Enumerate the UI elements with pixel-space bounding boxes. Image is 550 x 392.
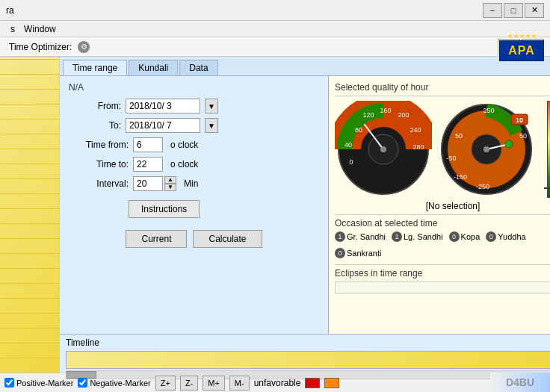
menu-item-window[interactable]: Window xyxy=(19,23,61,35)
tab-time-range[interactable]: Time range xyxy=(63,60,127,75)
watermark: D4BU xyxy=(490,373,550,392)
oclock-2: o clock xyxy=(170,159,198,169)
svg-text:200: 200 xyxy=(398,111,409,119)
gear-icon[interactable]: ⚙ xyxy=(78,41,90,53)
occasion-label-1: Lg. Sandhi xyxy=(404,232,443,241)
positive-marker-wrap: Positive-Marker xyxy=(4,378,73,388)
left-gauge-svg: 80 40 0 120 160 200 240 280 xyxy=(335,101,432,198)
no-selection: [No selection] xyxy=(335,201,550,211)
titlebar: ra − □ ✕ xyxy=(0,0,550,21)
z-minus-button[interactable]: Z- xyxy=(180,376,198,391)
spinner-up[interactable]: ▲ xyxy=(164,176,176,184)
svg-text:80: 80 xyxy=(355,126,362,134)
negative-marker-checkbox[interactable] xyxy=(78,378,87,388)
positive-marker-checkbox[interactable] xyxy=(4,378,14,388)
minimize-button[interactable]: − xyxy=(483,3,502,18)
oclock-1: o clock xyxy=(170,140,198,150)
to-label: To: xyxy=(69,120,121,131)
toolbar-label: Time Optimizer: xyxy=(6,42,75,52)
timeline-area: Timeline xyxy=(60,334,550,373)
right-gauge-svg: 250 50 50 -50 -150 -250 10 xyxy=(438,101,535,198)
occasion-item-3: 0 Yuddha xyxy=(486,231,525,242)
left-gauge: 80 40 0 120 160 200 240 280 xyxy=(335,101,432,198)
timeline-content xyxy=(66,351,550,369)
occasion-num-1: 1 xyxy=(392,231,402,242)
svg-point-3 xyxy=(380,146,386,152)
time-from-row: Time from: o clock xyxy=(69,137,319,152)
right-gauge: 250 50 50 -50 -150 -250 10 xyxy=(438,101,535,198)
m-minus-button[interactable]: M- xyxy=(229,376,250,391)
to-dropdown[interactable]: ▼ xyxy=(205,118,218,133)
svg-text:120: 120 xyxy=(362,111,374,119)
maximize-button[interactable]: □ xyxy=(504,3,523,18)
svg-text:0: 0 xyxy=(349,158,353,166)
spinner-down[interactable]: ▼ xyxy=(164,184,176,191)
unfavorable-color-red xyxy=(305,378,320,388)
current-button[interactable]: Current xyxy=(126,230,187,248)
from-dropdown[interactable]: ▼ xyxy=(205,99,218,113)
negative-marker-wrap: Negative-Marker xyxy=(78,378,150,388)
svg-text:160: 160 xyxy=(380,107,391,114)
svg-text:240: 240 xyxy=(410,126,421,134)
positive-marker-label: Positive-Marker xyxy=(16,379,73,388)
occasion-title: Occasion at selected time xyxy=(335,218,550,228)
unfavorable-label: unfavorable xyxy=(254,378,301,388)
content-split: N/A From: ▼ To: ▼ Time from: o c xyxy=(60,76,550,334)
tab-data[interactable]: Data xyxy=(179,60,217,75)
svg-text:50: 50 xyxy=(519,132,527,140)
occasion-item-1: 1 Lg. Sandhi xyxy=(392,231,443,242)
tab-kundali[interactable]: Kundali xyxy=(129,60,178,75)
occasion-item-2: 0 Kopa xyxy=(449,231,481,242)
to-row: To: ▼ xyxy=(69,118,319,133)
occasion-label-0: Gr. Sandhi xyxy=(347,232,386,241)
interval-input[interactable] xyxy=(133,176,163,191)
occasion-section: Occasion at selected time 1 Gr. Sandhi 1… xyxy=(335,214,550,261)
occasion-num-4: 0 xyxy=(335,248,345,258)
gauge-area: Selected quality of hour xyxy=(329,76,550,334)
svg-text:280: 280 xyxy=(412,143,424,151)
unfavorable-color-orange xyxy=(324,378,339,388)
occasion-item-4: 0 Sankranti xyxy=(335,248,381,258)
timeline-title: Timeline xyxy=(66,337,550,348)
instructions-button[interactable]: Instructions xyxy=(129,200,200,218)
svg-point-23 xyxy=(505,140,513,148)
menu-item-s[interactable]: s xyxy=(6,23,19,35)
svg-text:50: 50 xyxy=(455,132,463,140)
occasion-label-2: Kopa xyxy=(461,232,481,241)
time-from-input[interactable] xyxy=(133,137,163,152)
menubar: s Window xyxy=(0,21,550,37)
m-plus-button[interactable]: M+ xyxy=(203,376,225,391)
svg-text:10: 10 xyxy=(516,116,523,124)
occasion-label-4: Sankranti xyxy=(347,249,381,258)
action-buttons: Current Calculate xyxy=(69,230,319,248)
svg-text:-150: -150 xyxy=(454,173,467,181)
time-to-input[interactable] xyxy=(133,157,163,172)
star-1: ★ xyxy=(507,33,513,40)
window-title: ra xyxy=(6,5,14,16)
na-label: N/A xyxy=(69,82,319,93)
calculate-button[interactable]: Calculate xyxy=(193,230,262,248)
svg-text:-50: -50 xyxy=(446,155,456,162)
eclipses-title: Eclipses in time range xyxy=(335,268,550,279)
occasion-item-0: 1 Gr. Sandhi xyxy=(335,231,386,242)
z-plus-button[interactable]: Z+ xyxy=(155,376,176,391)
apa-logo: APA xyxy=(499,40,544,61)
from-input[interactable] xyxy=(126,99,200,113)
svg-text:250: 250 xyxy=(483,107,494,114)
vertical-gauge: 100— 50 — 0 ◄ xyxy=(541,101,550,198)
occasion-num-3: 0 xyxy=(486,231,496,242)
interval-unit: Min xyxy=(184,178,198,189)
from-label: From: xyxy=(69,101,121,111)
svg-text:-250: -250 xyxy=(476,183,489,190)
close-button[interactable]: ✕ xyxy=(525,3,544,18)
occasion-num-2: 0 xyxy=(449,231,460,242)
occasion-items: 1 Gr. Sandhi 1 Lg. Sandhi 0 Kopa 0 xyxy=(335,231,550,258)
negative-marker-label: Negative-Marker xyxy=(90,379,150,388)
occasion-num-0: 1 xyxy=(335,231,345,242)
svg-point-16 xyxy=(483,146,489,152)
star-4: ★ xyxy=(525,33,531,40)
star-5: ★ xyxy=(531,33,537,40)
occasion-label-3: Yuddha xyxy=(498,232,525,241)
to-input[interactable] xyxy=(126,118,200,133)
eclipses-section: Eclipses in time range xyxy=(335,264,550,296)
